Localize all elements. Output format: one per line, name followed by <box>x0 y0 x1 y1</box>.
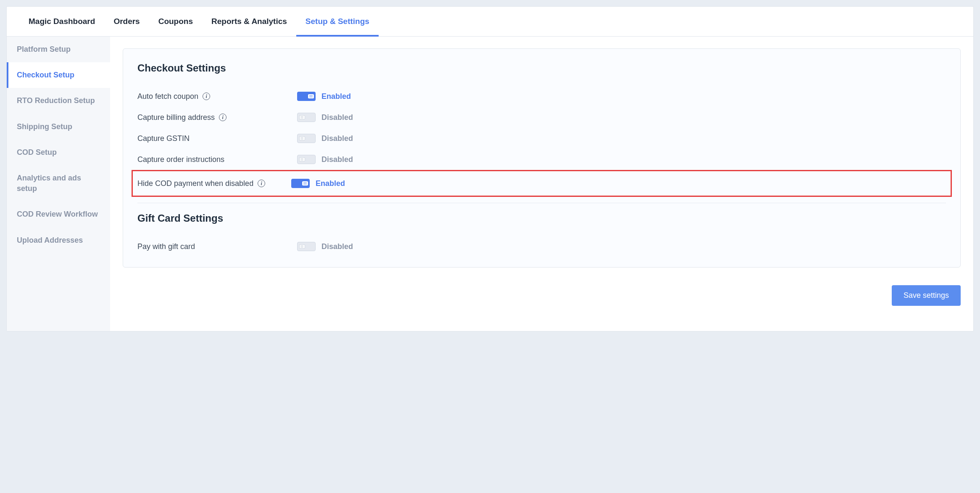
toggle-hide-cod[interactable] <box>291 179 310 188</box>
tab-coupons[interactable]: Coupons <box>149 7 202 36</box>
toggle-capture-gstin[interactable] <box>297 134 316 143</box>
tab-magic-dashboard[interactable]: Magic Dashboard <box>19 7 104 36</box>
app-container: Magic Dashboard Orders Coupons Reports &… <box>6 6 974 331</box>
body-wrapper: Platform Setup Checkout Setup RTO Reduct… <box>7 37 973 331</box>
section-divider <box>137 203 946 203</box>
label-auto-fetch-coupon: Auto fetch coupon <box>137 92 198 101</box>
info-icon[interactable]: i <box>203 93 210 100</box>
sidebar-item-checkout-setup[interactable]: Checkout Setup <box>7 62 110 88</box>
row-capture-gstin: Capture GSTIN Disabled <box>137 128 946 149</box>
row-pay-with-gift-card: Pay with gift card Disabled <box>137 236 946 257</box>
sidebar-item-platform-setup[interactable]: Platform Setup <box>7 37 110 62</box>
top-tabs: Magic Dashboard Orders Coupons Reports &… <box>7 7 973 37</box>
status-auto-fetch-coupon: Enabled <box>321 92 351 101</box>
toggle-auto-fetch-coupon[interactable] <box>297 92 316 101</box>
status-capture-instructions: Disabled <box>321 155 353 164</box>
gift-card-settings-title: Gift Card Settings <box>137 212 946 224</box>
highlight-box: Hide COD payment when disabled i Enabled <box>132 170 952 197</box>
sidebar: Platform Setup Checkout Setup RTO Reduct… <box>7 37 110 331</box>
save-settings-button[interactable]: Save settings <box>892 285 961 306</box>
label-capture-billing: Capture billing address <box>137 113 215 122</box>
toggle-pay-with-gift-card[interactable] <box>297 242 316 251</box>
row-capture-instructions: Capture order instructions Disabled <box>137 149 946 170</box>
row-capture-billing: Capture billing address i Disabled <box>137 107 946 128</box>
sidebar-item-rto-reduction[interactable]: RTO Reduction Setup <box>7 88 110 114</box>
row-hide-cod: Hide COD payment when disabled i Enabled <box>137 173 946 194</box>
toggle-capture-instructions[interactable] <box>297 155 316 164</box>
info-icon[interactable]: i <box>219 114 227 121</box>
label-pay-with-gift-card: Pay with gift card <box>137 242 195 251</box>
sidebar-item-analytics-ads[interactable]: Analytics and ads setup <box>7 165 110 201</box>
sidebar-item-cod-review-workflow[interactable]: COD Review Workflow <box>7 201 110 227</box>
label-hide-cod: Hide COD payment when disabled <box>137 179 253 188</box>
status-pay-with-gift-card: Disabled <box>321 242 353 251</box>
tab-reports-analytics[interactable]: Reports & Analytics <box>202 7 296 36</box>
checkout-settings-title: Checkout Settings <box>137 62 946 74</box>
settings-card: Checkout Settings Auto fetch coupon i En… <box>123 48 961 268</box>
info-icon[interactable]: i <box>258 180 265 187</box>
label-capture-instructions: Capture order instructions <box>137 155 224 164</box>
row-auto-fetch-coupon: Auto fetch coupon i Enabled <box>137 86 946 107</box>
toggle-capture-billing[interactable] <box>297 113 316 122</box>
sidebar-item-cod-setup[interactable]: COD Setup <box>7 140 110 165</box>
footer-actions: Save settings <box>123 285 961 306</box>
main-content: Checkout Settings Auto fetch coupon i En… <box>110 37 973 331</box>
tab-orders[interactable]: Orders <box>104 7 149 36</box>
sidebar-item-shipping-setup[interactable]: Shipping Setup <box>7 114 110 140</box>
tab-setup-settings[interactable]: Setup & Settings <box>296 7 379 36</box>
status-capture-gstin: Disabled <box>321 134 353 143</box>
label-capture-gstin: Capture GSTIN <box>137 134 190 143</box>
sidebar-item-upload-addresses[interactable]: Upload Addresses <box>7 228 110 253</box>
status-hide-cod: Enabled <box>316 179 345 188</box>
status-capture-billing: Disabled <box>321 113 353 122</box>
